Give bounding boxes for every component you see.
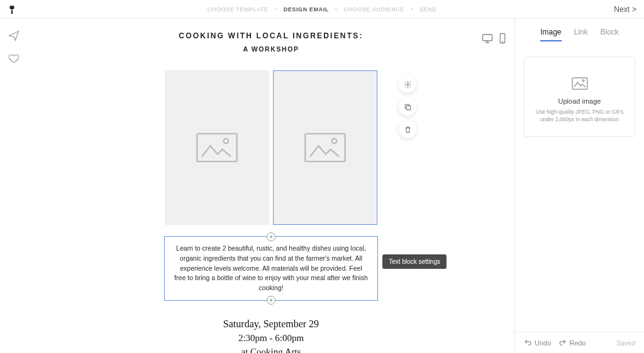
send-icon[interactable]: [8, 30, 19, 44]
topbar: CHOOSE TEMPLATE • DESIGN EMAIL • CHOOSE …: [0, 0, 644, 19]
svg-rect-8: [406, 106, 411, 110]
mobile-view-icon[interactable]: [497, 33, 508, 46]
saved-status: Saved: [616, 339, 635, 347]
panel-footer: Undo Redo Saved: [515, 332, 644, 353]
step-choose-audience[interactable]: CHOOSE AUDIENCE: [344, 6, 405, 13]
svg-point-6: [332, 139, 337, 144]
text-block-content[interactable]: Learn to create 2 beautiful, rustic, and…: [174, 244, 369, 293]
step-design-email[interactable]: DESIGN EMAIL: [284, 6, 329, 13]
breadcrumb: CHOOSE TEMPLATE • DESIGN EMAIL • CHOOSE …: [208, 6, 437, 13]
add-below-button[interactable]: [267, 296, 275, 305]
logo: [8, 5, 16, 14]
settings-button[interactable]: [399, 75, 416, 93]
svg-rect-3: [197, 134, 236, 161]
email-subtitle[interactable]: A WORKSHOP: [28, 45, 514, 53]
next-button[interactable]: Next >: [614, 5, 636, 14]
add-above-button[interactable]: [267, 232, 275, 241]
image-icon: [572, 77, 588, 90]
redo-button[interactable]: Redo: [558, 339, 586, 347]
favorite-icon[interactable]: [8, 53, 19, 67]
svg-point-7: [406, 83, 408, 85]
upload-dropzone[interactable]: Upload image Use high-quality JPEG, PNG …: [524, 57, 635, 137]
desktop-view-icon[interactable]: [482, 33, 493, 46]
svg-rect-5: [305, 134, 345, 161]
svg-point-4: [224, 139, 229, 144]
tab-link[interactable]: Link: [574, 28, 588, 41]
svg-rect-9: [572, 78, 587, 89]
delete-button[interactable]: [399, 121, 416, 138]
upload-hint: Use high-quality JPEG, PNG or GIFs under…: [536, 109, 624, 124]
event-date: Saturday, September 29: [223, 318, 319, 330]
svg-point-2: [502, 41, 503, 42]
settings-panel: Image Link Block Upload image Use high-q…: [514, 19, 644, 353]
tab-image[interactable]: Image: [540, 28, 561, 41]
block-toolbar: [399, 75, 416, 138]
undo-button[interactable]: Undo: [524, 339, 551, 347]
upload-title: Upload image: [558, 97, 601, 105]
image-placeholder-icon: [304, 133, 347, 163]
event-time: 2:30pm - 6:00pm: [223, 333, 319, 344]
image-placeholder-icon: [196, 133, 238, 163]
image-placeholder-left[interactable]: [165, 70, 269, 225]
left-rail: [0, 19, 28, 353]
tab-block[interactable]: Block: [601, 28, 619, 41]
two-column-row: [165, 70, 377, 225]
email-title[interactable]: COOKING WITH LOCAL INGREDIENTS:: [28, 31, 514, 40]
svg-rect-0: [483, 35, 492, 41]
image-placeholder-right[interactable]: [273, 70, 377, 225]
duplicate-button[interactable]: [399, 98, 416, 116]
step-choose-template[interactable]: CHOOSE TEMPLATE: [208, 6, 269, 13]
text-block-tooltip: Text block settings: [382, 254, 447, 269]
canvas-area: COOKING WITH LOCAL INGREDIENTS: A WORKSH…: [28, 19, 514, 353]
event-location: at Cooking Arts: [223, 347, 319, 353]
text-block[interactable]: Learn to create 2 beautiful, rustic, and…: [164, 236, 378, 301]
event-details[interactable]: Saturday, September 29 2:30pm - 6:00pm a…: [223, 318, 319, 353]
svg-point-10: [582, 80, 584, 82]
step-send[interactable]: SEND: [419, 6, 436, 13]
